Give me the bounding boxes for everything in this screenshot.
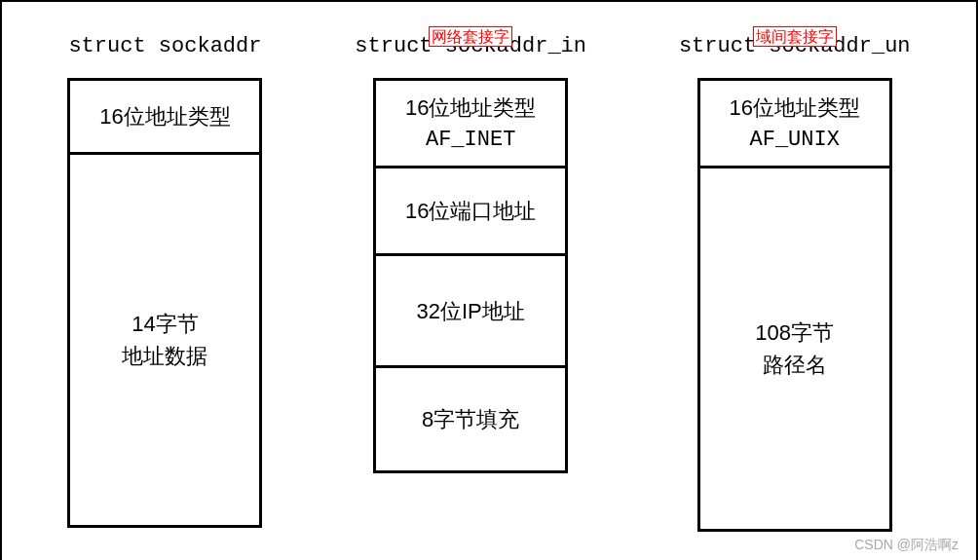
column-sockaddr: struct sockaddr 16位地址类型 14字节 地址数据 xyxy=(67,17,262,560)
box-sockaddr-un: 16位地址类型 AF_UNIX 108字节 路径名 xyxy=(697,78,892,532)
cell-port: 16位端口地址 xyxy=(376,168,565,256)
cell-text: 32位IP地址 xyxy=(417,295,525,327)
box-sockaddr: 16位地址类型 14字节 地址数据 xyxy=(67,78,262,528)
cell-text: 地址数据 xyxy=(122,340,207,372)
cell-addr-type: 16位地址类型 xyxy=(70,81,259,155)
cell-text-mono: AF_UNIX xyxy=(750,124,840,156)
annotation-network-socket: 网络套接字 xyxy=(429,26,512,47)
diagram-container: struct sockaddr 16位地址类型 14字节 地址数据 网络套接字 … xyxy=(2,2,976,560)
column-sockaddr-in: 网络套接字 struct sockaddr_in 16位地址类型 AF_INET… xyxy=(355,17,586,560)
cell-text: 108字节 xyxy=(755,317,834,349)
cell-text: 16位地址类型 xyxy=(729,92,859,124)
watermark: CSDN @阿浩啊z xyxy=(854,537,959,554)
cell-path: 108字节 路径名 xyxy=(700,168,889,529)
column-sockaddr-un: 域间套接字 struct sockaddr_un 16位地址类型 AF_UNIX… xyxy=(679,17,911,560)
cell-ip: 32位IP地址 xyxy=(376,256,565,368)
cell-text: 8字节填充 xyxy=(422,403,519,435)
title-sockaddr: struct sockaddr xyxy=(68,34,261,58)
cell-text-mono: AF_INET xyxy=(426,124,515,156)
annotation-domain-socket: 域间套接字 xyxy=(753,26,837,47)
cell-padding: 8字节填充 xyxy=(376,368,565,470)
cell-addr-data: 14字节 地址数据 xyxy=(70,155,259,525)
cell-text: 16位端口地址 xyxy=(405,195,536,227)
cell-text: 16位地址类型 xyxy=(99,100,230,132)
cell-addr-type-unix: 16位地址类型 AF_UNIX xyxy=(700,81,889,168)
box-sockaddr-in: 16位地址类型 AF_INET 16位端口地址 32位IP地址 8字节填充 xyxy=(373,78,568,473)
cell-text: 16位地址类型 xyxy=(405,92,536,124)
cell-text: 14字节 xyxy=(132,308,198,340)
cell-text: 路径名 xyxy=(763,349,827,381)
cell-addr-type-inet: 16位地址类型 AF_INET xyxy=(376,81,565,168)
